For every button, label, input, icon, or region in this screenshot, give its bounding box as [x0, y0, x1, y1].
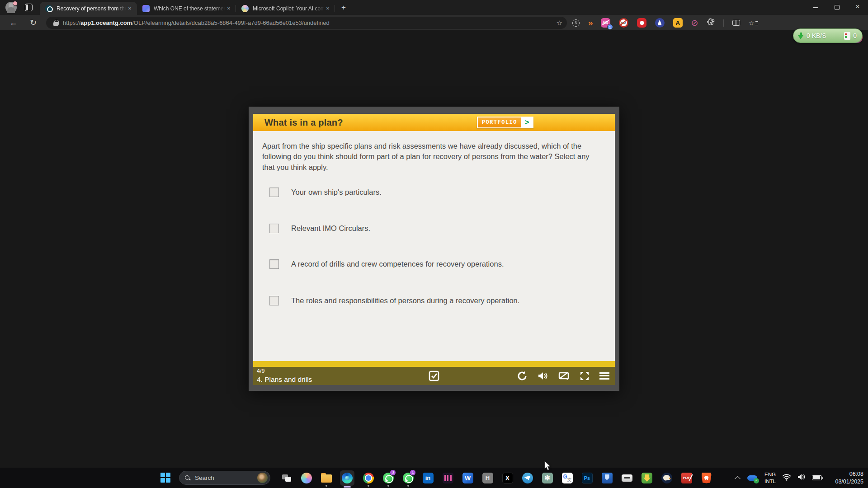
whatsapp-icon-1[interactable]: 3 — [382, 468, 394, 488]
option-row-2[interactable]: Relevant IMO Circulars. — [269, 223, 370, 233]
file-explorer-icon[interactable] — [320, 468, 332, 488]
tab-title: Microsoft Copilot: Your AI compa — [253, 5, 324, 12]
google-translate-icon[interactable]: G文 — [561, 468, 573, 488]
whatsapp-badge-2: 1 — [410, 469, 416, 476]
search-icon — [185, 475, 190, 481]
checkbox-4[interactable] — [269, 296, 279, 305]
tab-recovery-of-persons[interactable]: Recovery of persons from the wat — [40, 2, 137, 15]
copilot-favicon — [241, 5, 249, 12]
tray-overflow-chevron-icon[interactable] — [736, 477, 740, 481]
tray-date: 03/01/2025 — [835, 479, 863, 485]
device-app-icon[interactable] — [621, 468, 633, 488]
split-screen-icon[interactable] — [732, 20, 740, 26]
option-row-3[interactable]: A record of drills and crew competences … — [269, 259, 504, 269]
close-icon[interactable] — [225, 5, 232, 12]
volume-button[interactable] — [537, 371, 548, 381]
start-button[interactable] — [160, 473, 170, 483]
checkbox-2[interactable] — [269, 224, 279, 233]
option-row-4[interactable]: The roles and responsibilities of person… — [269, 296, 519, 305]
close-icon[interactable] — [126, 5, 133, 12]
tab-actions-icon[interactable] — [25, 4, 33, 11]
option-row-1[interactable]: Your own ship's particulars. — [269, 187, 382, 197]
checkbox-1[interactable] — [269, 188, 279, 197]
favorites-collections-icon[interactable] — [749, 19, 758, 27]
taskbar-search[interactable]: Search — [179, 471, 270, 485]
extensions-puzzle-icon[interactable] — [707, 18, 715, 28]
menu-button[interactable] — [599, 372, 609, 380]
wifi-icon[interactable] — [782, 474, 791, 483]
fullscreen-button[interactable] — [579, 371, 590, 381]
back-button[interactable]: ← — [7, 17, 19, 29]
tab-microsoft-copilot[interactable]: Microsoft Copilot: Your AI compa — [236, 2, 335, 15]
new-tab-button[interactable] — [338, 2, 349, 14]
close-icon[interactable] — [324, 5, 331, 12]
edge-active-indicator — [344, 486, 351, 488]
browser-profile-icon[interactable] — [5, 2, 17, 13]
crest-app-icon[interactable] — [601, 468, 613, 488]
music-app-icon[interactable] — [442, 468, 454, 488]
section-title: 4. Plans and drills — [257, 375, 312, 384]
player-footer: 4/9 4. Plans and drills — [253, 367, 615, 385]
x-app-icon[interactable]: X — [501, 468, 514, 488]
eagle-app-icon[interactable] — [660, 468, 673, 488]
windows-taskbar: Search 3 1 in W H X ✻ G文 Ps PDF ENGINTL — [0, 468, 868, 488]
nd-extension-icon[interactable]: ND — [619, 18, 628, 28]
quiz-check-icon[interactable] — [428, 370, 440, 382]
photoshop-app-icon[interactable]: Ps — [581, 468, 593, 488]
brave-app-icon[interactable] — [700, 468, 712, 488]
option-label-4: The roles and responsibilities of person… — [291, 296, 519, 305]
sidebar-chevrons-icon[interactable] — [588, 18, 592, 28]
word-app-icon[interactable]: W — [462, 468, 474, 488]
quiz-body: Apart from the ship specific plans and r… — [253, 131, 615, 361]
yellow-a-extension-icon[interactable]: A — [673, 18, 683, 28]
blocker-slash-icon[interactable] — [691, 18, 698, 28]
tab-title: Recovery of persons from the wat — [57, 5, 126, 12]
tab-which-one-statements[interactable]: Which ONE of these statements b — [137, 2, 236, 15]
red-extension-icon[interactable] — [637, 18, 646, 28]
blue-extension-icon[interactable] — [655, 18, 665, 28]
toolbar-divider — [723, 19, 724, 27]
speaker-icon[interactable] — [797, 474, 806, 482]
option-label-2: Relevant IMO Circulars. — [291, 224, 370, 233]
checkbox-3[interactable] — [269, 259, 279, 269]
idm-app-icon[interactable] — [641, 468, 653, 488]
window-maximize-button[interactable] — [826, 0, 847, 15]
quiz-title: What is in a plan? — [264, 117, 343, 128]
pdf-app-icon[interactable]: PDF — [680, 468, 693, 488]
portfolio-label: PORTFOLIO — [478, 117, 521, 127]
chrome-app-icon[interactable] — [362, 468, 374, 488]
whatsapp-badge-1: 3 — [390, 469, 396, 476]
address-bar[interactable]: https://app1.oceantg.com/OLP/elearning/d… — [46, 17, 567, 29]
portfolio-chevron-icon: > — [521, 117, 533, 127]
task-view-button[interactable] — [280, 468, 292, 488]
portfolio-button[interactable]: PORTFOLIO > — [477, 117, 533, 128]
idm-speed-value: 0 KB/S — [807, 32, 841, 39]
captions-off-button[interactable] — [558, 371, 570, 381]
telegram-app-icon[interactable] — [521, 468, 533, 488]
replay-button[interactable] — [517, 371, 528, 381]
tab-title: Which ONE of these statements b — [154, 5, 225, 12]
adblock-extension-icon[interactable]: AD1 — [601, 18, 610, 28]
tray-time: 06:08 — [849, 471, 863, 477]
lock-icon — [53, 20, 58, 26]
window-close-button[interactable] — [847, 0, 868, 15]
copilot-app-icon[interactable] — [300, 468, 312, 488]
adblock-badge: 1 — [607, 24, 613, 30]
language-indicator[interactable]: ENGINTL — [764, 471, 776, 484]
footer-yellow-strip — [253, 361, 615, 367]
tray-clock[interactable]: 06:0803/01/2025 — [828, 470, 863, 486]
history-icon[interactable] — [572, 19, 580, 27]
onedrive-icon[interactable] — [746, 474, 758, 482]
battery-icon[interactable] — [812, 475, 822, 480]
favorite-star-icon[interactable] — [557, 19, 562, 27]
h-app-icon[interactable]: H — [481, 468, 494, 488]
edge-app-icon[interactable] — [340, 468, 354, 488]
cube-favicon — [142, 5, 150, 12]
refresh-button[interactable]: ↻ — [27, 17, 39, 29]
url-text: https://app1.oceantg.com/OLP/elearning/d… — [63, 19, 553, 26]
idm-speed-widget[interactable]: 0 KB/S 0 — [793, 28, 863, 43]
whatsapp-icon-2[interactable]: 1 — [402, 468, 414, 488]
window-minimize-button[interactable] — [806, 0, 826, 15]
linkedin-app-icon[interactable]: in — [422, 468, 434, 488]
browser-tab-strip: Recovery of persons from the wat Which O… — [0, 0, 868, 15]
